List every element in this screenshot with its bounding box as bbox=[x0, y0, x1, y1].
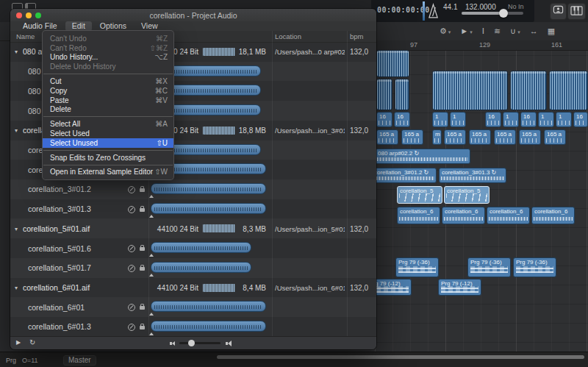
region[interactable]: corellation_5 bbox=[397, 186, 442, 204]
region[interactable]: 1 bbox=[503, 112, 519, 127]
file-row[interactable]: corellation_5#01.7 bbox=[10, 258, 376, 278]
menu-item-label: Cut bbox=[50, 77, 62, 85]
file-format: 44100 24 Bit bbox=[121, 224, 198, 232]
file-row[interactable]: corellation_5#01.6 bbox=[10, 238, 376, 258]
audio-region-bar[interactable] bbox=[151, 242, 251, 253]
region[interactable]: Prg 79 (-12) bbox=[438, 279, 481, 296]
region-label: Prg 79 (-36) bbox=[514, 258, 556, 266]
menu-item-label: Can't Redo bbox=[50, 44, 87, 52]
region[interactable]: corellation_6 bbox=[531, 207, 575, 224]
region[interactable]: 165 a bbox=[376, 129, 398, 145]
bottom-bar: Prg O=11 Master bbox=[0, 352, 588, 367]
audio-region-bar[interactable] bbox=[151, 262, 251, 273]
file-row[interactable]: corellation_3#01.3 bbox=[10, 199, 376, 219]
column-location[interactable]: Location bbox=[275, 32, 301, 40]
master-track-label[interactable]: Master bbox=[63, 355, 96, 366]
region[interactable] bbox=[395, 79, 409, 110]
play-icon[interactable]: ▶ bbox=[16, 339, 21, 346]
file-size: 8,3 MB bbox=[231, 224, 266, 232]
file-row[interactable]: corellation_3#01.2 bbox=[10, 179, 376, 199]
file-row[interactable]: corellation_6#01 bbox=[10, 297, 376, 317]
file-location: /Users/pash...ion_5#01.aif bbox=[275, 224, 345, 232]
region[interactable]: 165 a bbox=[444, 129, 466, 145]
audio-region-bar[interactable] bbox=[151, 301, 266, 312]
window-titlebar[interactable]: corellation - Project Audio bbox=[10, 9, 376, 22]
region[interactable] bbox=[376, 50, 409, 77]
disclosure-triangle-icon[interactable]: ▾ bbox=[15, 225, 18, 232]
horizontal-scrollbar[interactable] bbox=[217, 355, 584, 359]
menu-item[interactable]: Delete bbox=[43, 105, 173, 115]
region[interactable]: corellation_5 bbox=[444, 186, 490, 204]
preview-volume-knob[interactable] bbox=[188, 340, 195, 346]
region-label: 165 a bbox=[520, 130, 540, 138]
menu-item[interactable]: Cut⌘X bbox=[43, 76, 173, 86]
column-name[interactable]: Name bbox=[16, 32, 35, 40]
region[interactable]: 165 a bbox=[519, 129, 541, 145]
region[interactable]: 1 bbox=[432, 112, 448, 127]
region[interactable]: 1 bbox=[538, 112, 554, 127]
region-label: corellation_6 bbox=[532, 207, 574, 215]
region[interactable] bbox=[376, 79, 392, 110]
region[interactable]: 16 bbox=[485, 112, 501, 127]
region[interactable]: 1 bbox=[556, 112, 572, 127]
menu-item[interactable]: Select Used bbox=[43, 129, 173, 138]
region[interactable]: corellation_3#01.3 ↻ bbox=[439, 168, 506, 183]
menu-item[interactable]: Copy⌘C bbox=[43, 86, 173, 96]
disclosure-triangle-icon[interactable]: ▾ bbox=[15, 49, 18, 55]
region[interactable]: Prg 79 (-36) bbox=[395, 257, 439, 277]
region[interactable] bbox=[510, 71, 547, 110]
region[interactable]: 165 a bbox=[401, 129, 423, 145]
menu-item[interactable]: Undo History...⌥Z bbox=[43, 53, 173, 63]
file-row[interactable]: ▾corellation_5#01.aif44100 24 Bit8,3 MB/… bbox=[10, 218, 376, 238]
audio-region-bar[interactable] bbox=[151, 321, 266, 332]
audio-region-bar[interactable] bbox=[151, 203, 266, 214]
region[interactable]: corellation_6 bbox=[487, 207, 530, 224]
region-label: corellation_3#01.2 ↻ bbox=[372, 168, 436, 177]
region[interactable]: 165 a bbox=[494, 129, 516, 145]
anchor-icon bbox=[149, 274, 154, 277]
menu-item[interactable]: Paste⌘V bbox=[43, 96, 173, 105]
file-bpm: 132,0 bbox=[350, 283, 368, 291]
region[interactable]: 16 bbox=[520, 112, 537, 127]
region[interactable]: 1 bbox=[450, 112, 466, 127]
region[interactable]: 080 arp#02.2 ↻ bbox=[375, 149, 470, 164]
region-label: m bbox=[433, 130, 441, 138]
region[interactable]: 16 bbox=[573, 112, 588, 127]
region[interactable]: corellation_6 bbox=[442, 207, 485, 224]
region-label: 165 a bbox=[495, 130, 515, 138]
disclosure-triangle-icon[interactable]: ▾ bbox=[15, 127, 18, 134]
region[interactable]: Prg 79 (-36) bbox=[467, 257, 511, 277]
region[interactable]: corellation_3#01.2 ↻ bbox=[371, 168, 437, 183]
region-label: 165 a bbox=[445, 130, 465, 138]
region[interactable]: 16 bbox=[376, 112, 392, 127]
audio-region-bar[interactable] bbox=[151, 183, 266, 194]
menu-item[interactable]: Snap Edits to Zero Crossings bbox=[43, 153, 173, 163]
menu-item[interactable]: Open in External Sample Editor⇧W bbox=[43, 168, 173, 177]
disclosure-triangle-icon[interactable]: ▾ bbox=[15, 284, 18, 291]
region-label: corellation_6 bbox=[442, 207, 484, 215]
menu-item-label: Delete bbox=[50, 105, 71, 113]
lock-icon bbox=[140, 247, 145, 251]
region[interactable] bbox=[432, 71, 508, 110]
menu-item-shortcut: ⌘A bbox=[155, 120, 168, 128]
file-location: /Users/pash...0 arp#02.aif bbox=[275, 48, 345, 56]
region-name: corellation_3#01.3 bbox=[28, 204, 91, 213]
region[interactable]: 165 a bbox=[469, 129, 491, 145]
preview-volume-slider[interactable] bbox=[179, 342, 220, 344]
column-bpm[interactable]: bpm bbox=[350, 32, 363, 40]
region[interactable] bbox=[549, 71, 588, 110]
region[interactable]: corellation_6 bbox=[397, 207, 440, 224]
menu-item-label: Undo History... bbox=[50, 53, 98, 61]
file-row[interactable]: ▾corellation_6#01.aif44100 24 Bit8,4 MB/… bbox=[10, 278, 376, 298]
menu-item[interactable]: Select Unused⇧U bbox=[43, 138, 173, 148]
menu-item[interactable]: Select All⌘A bbox=[43, 119, 173, 129]
region[interactable]: 16 bbox=[394, 112, 410, 127]
loop-icon[interactable]: ↻ bbox=[29, 338, 35, 346]
region[interactable]: m bbox=[432, 129, 442, 145]
region[interactable]: 165 a bbox=[544, 129, 566, 145]
region-name: corellation_6#01 bbox=[28, 303, 85, 312]
file-format: 44100 24 Bit bbox=[121, 283, 198, 291]
file-row[interactable]: corellation_6#01.3 bbox=[10, 317, 376, 337]
lock-icon bbox=[140, 326, 145, 329]
region[interactable]: Prg 79 (-36) bbox=[513, 257, 556, 277]
